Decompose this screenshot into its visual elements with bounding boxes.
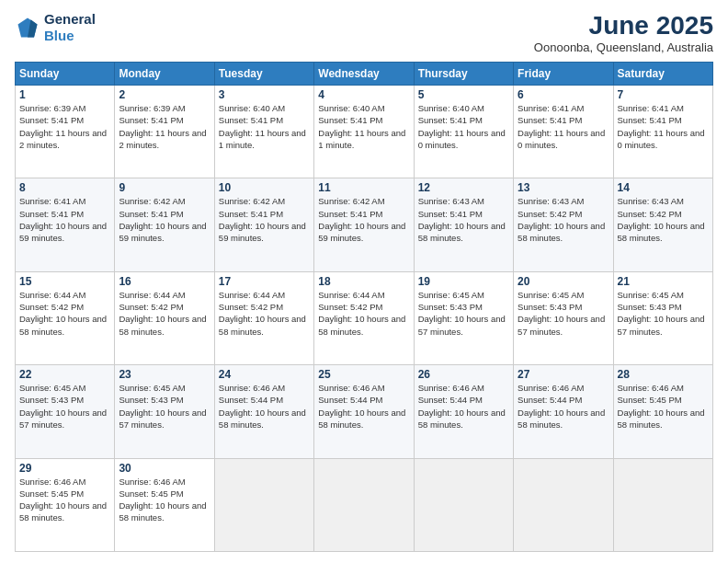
calendar-cell: 4 Sunrise: 6:40 AM Sunset: 5:41 PM Dayli… xyxy=(314,86,414,178)
calendar-cell: 25 Sunrise: 6:46 AM Sunset: 5:44 PM Dayl… xyxy=(314,365,414,458)
calendar-cell: 18 Sunrise: 6:44 AM Sunset: 5:42 PM Dayl… xyxy=(314,271,414,364)
day-info: Sunrise: 6:42 AM Sunset: 5:41 PM Dayligh… xyxy=(318,195,409,244)
calendar-cell xyxy=(613,458,712,551)
col-thursday: Thursday xyxy=(414,63,513,86)
day-number: 2 xyxy=(119,88,210,101)
day-number: 17 xyxy=(219,275,310,288)
day-info: Sunrise: 6:40 AM Sunset: 5:41 PM Dayligh… xyxy=(318,102,409,151)
day-info: Sunrise: 6:45 AM Sunset: 5:43 PM Dayligh… xyxy=(418,289,509,338)
day-number: 1 xyxy=(19,88,110,101)
day-info: Sunrise: 6:42 AM Sunset: 5:41 PM Dayligh… xyxy=(119,195,210,244)
day-number: 23 xyxy=(119,368,210,381)
day-info: Sunrise: 6:46 AM Sunset: 5:45 PM Dayligh… xyxy=(119,476,210,524)
calendar-cell: 9 Sunrise: 6:42 AM Sunset: 5:41 PM Dayli… xyxy=(115,178,214,271)
day-info: Sunrise: 6:43 AM Sunset: 5:41 PM Dayligh… xyxy=(418,195,509,244)
day-number: 10 xyxy=(219,181,310,194)
col-tuesday: Tuesday xyxy=(214,63,313,86)
day-info: Sunrise: 6:46 AM Sunset: 5:44 PM Dayligh… xyxy=(318,382,409,431)
day-number: 6 xyxy=(518,88,609,101)
day-number: 8 xyxy=(19,181,110,194)
calendar-cell: 17 Sunrise: 6:44 AM Sunset: 5:42 PM Dayl… xyxy=(214,271,313,364)
col-monday: Monday xyxy=(115,63,214,86)
day-number: 25 xyxy=(318,368,409,381)
day-number: 18 xyxy=(318,275,409,288)
calendar-cell: 12 Sunrise: 6:43 AM Sunset: 5:41 PM Dayl… xyxy=(414,178,513,271)
day-info: Sunrise: 6:44 AM Sunset: 5:42 PM Dayligh… xyxy=(19,289,110,338)
day-number: 16 xyxy=(119,275,210,288)
col-wednesday: Wednesday xyxy=(314,63,414,86)
day-info: Sunrise: 6:39 AM Sunset: 5:41 PM Dayligh… xyxy=(19,102,110,151)
day-number: 9 xyxy=(119,181,210,194)
month-year: June 2025 xyxy=(534,11,713,40)
col-friday: Friday xyxy=(514,63,613,86)
day-info: Sunrise: 6:44 AM Sunset: 5:42 PM Dayligh… xyxy=(318,289,409,338)
calendar-row-1: 1 Sunrise: 6:39 AM Sunset: 5:41 PM Dayli… xyxy=(16,86,713,178)
calendar-cell: 1 Sunrise: 6:39 AM Sunset: 5:41 PM Dayli… xyxy=(16,86,115,178)
calendar-header-row: Sunday Monday Tuesday Wednesday Thursday… xyxy=(16,63,713,86)
calendar-cell xyxy=(214,458,313,551)
header: General Blue June 2025 Oonoonba, Queensl… xyxy=(15,11,713,54)
calendar-row-3: 15 Sunrise: 6:44 AM Sunset: 5:42 PM Dayl… xyxy=(16,271,713,364)
day-number: 27 xyxy=(518,368,609,381)
day-number: 14 xyxy=(618,181,709,194)
day-info: Sunrise: 6:43 AM Sunset: 5:42 PM Dayligh… xyxy=(518,195,609,244)
day-info: Sunrise: 6:41 AM Sunset: 5:41 PM Dayligh… xyxy=(518,102,609,151)
day-number: 28 xyxy=(618,368,709,381)
calendar-row-5: 29 Sunrise: 6:46 AM Sunset: 5:45 PM Dayl… xyxy=(16,458,713,551)
day-number: 22 xyxy=(19,368,110,381)
day-info: Sunrise: 6:45 AM Sunset: 5:43 PM Dayligh… xyxy=(119,382,210,431)
calendar-cell: 10 Sunrise: 6:42 AM Sunset: 5:41 PM Dayl… xyxy=(214,178,313,271)
calendar-cell: 24 Sunrise: 6:46 AM Sunset: 5:44 PM Dayl… xyxy=(214,365,313,458)
calendar-cell: 11 Sunrise: 6:42 AM Sunset: 5:41 PM Dayl… xyxy=(314,178,414,271)
day-number: 29 xyxy=(19,462,110,475)
calendar-cell: 15 Sunrise: 6:44 AM Sunset: 5:42 PM Dayl… xyxy=(16,271,115,364)
day-number: 13 xyxy=(518,181,609,194)
calendar-cell: 22 Sunrise: 6:45 AM Sunset: 5:43 PM Dayl… xyxy=(16,365,115,458)
calendar-cell: 29 Sunrise: 6:46 AM Sunset: 5:45 PM Dayl… xyxy=(16,458,115,551)
calendar-cell xyxy=(514,458,613,551)
logo-text: General Blue xyxy=(44,11,96,44)
calendar-cell: 27 Sunrise: 6:46 AM Sunset: 5:44 PM Dayl… xyxy=(514,365,613,458)
col-sunday: Sunday xyxy=(16,63,115,86)
calendar-cell: 20 Sunrise: 6:45 AM Sunset: 5:43 PM Dayl… xyxy=(514,271,613,364)
title-area: June 2025 Oonoonba, Queensland, Australi… xyxy=(534,11,713,54)
calendar-cell: 7 Sunrise: 6:41 AM Sunset: 5:41 PM Dayli… xyxy=(613,86,712,178)
calendar-cell: 3 Sunrise: 6:40 AM Sunset: 5:41 PM Dayli… xyxy=(214,86,313,178)
calendar-cell: 2 Sunrise: 6:39 AM Sunset: 5:41 PM Dayli… xyxy=(115,86,214,178)
day-info: Sunrise: 6:46 AM Sunset: 5:44 PM Dayligh… xyxy=(219,382,310,431)
day-info: Sunrise: 6:46 AM Sunset: 5:45 PM Dayligh… xyxy=(618,382,709,431)
day-info: Sunrise: 6:44 AM Sunset: 5:42 PM Dayligh… xyxy=(119,289,210,338)
calendar-row-4: 22 Sunrise: 6:45 AM Sunset: 5:43 PM Dayl… xyxy=(16,365,713,458)
day-number: 26 xyxy=(418,368,509,381)
calendar-cell: 28 Sunrise: 6:46 AM Sunset: 5:45 PM Dayl… xyxy=(613,365,712,458)
location: Oonoonba, Queensland, Australia xyxy=(534,40,713,54)
calendar-cell: 23 Sunrise: 6:45 AM Sunset: 5:43 PM Dayl… xyxy=(115,365,214,458)
calendar-cell: 16 Sunrise: 6:44 AM Sunset: 5:42 PM Dayl… xyxy=(115,271,214,364)
calendar-cell: 5 Sunrise: 6:40 AM Sunset: 5:41 PM Dayli… xyxy=(414,86,513,178)
calendar-cell xyxy=(414,458,513,551)
calendar-table: Sunday Monday Tuesday Wednesday Thursday… xyxy=(15,62,713,552)
day-info: Sunrise: 6:46 AM Sunset: 5:44 PM Dayligh… xyxy=(418,382,509,431)
day-info: Sunrise: 6:39 AM Sunset: 5:41 PM Dayligh… xyxy=(119,102,210,151)
calendar-cell: 26 Sunrise: 6:46 AM Sunset: 5:44 PM Dayl… xyxy=(414,365,513,458)
day-info: Sunrise: 6:40 AM Sunset: 5:41 PM Dayligh… xyxy=(219,102,310,151)
logo: General Blue xyxy=(15,11,96,44)
calendar-cell: 30 Sunrise: 6:46 AM Sunset: 5:45 PM Dayl… xyxy=(115,458,214,551)
col-saturday: Saturday xyxy=(613,63,712,86)
day-info: Sunrise: 6:44 AM Sunset: 5:42 PM Dayligh… xyxy=(219,289,310,338)
day-number: 12 xyxy=(418,181,509,194)
calendar-row-2: 8 Sunrise: 6:41 AM Sunset: 5:41 PM Dayli… xyxy=(16,178,713,271)
day-info: Sunrise: 6:40 AM Sunset: 5:41 PM Dayligh… xyxy=(418,102,509,151)
calendar-cell: 19 Sunrise: 6:45 AM Sunset: 5:43 PM Dayl… xyxy=(414,271,513,364)
day-number: 20 xyxy=(518,275,609,288)
day-number: 24 xyxy=(219,368,310,381)
day-info: Sunrise: 6:43 AM Sunset: 5:42 PM Dayligh… xyxy=(618,195,709,244)
day-info: Sunrise: 6:46 AM Sunset: 5:44 PM Dayligh… xyxy=(518,382,609,431)
day-number: 19 xyxy=(418,275,509,288)
calendar-cell: 13 Sunrise: 6:43 AM Sunset: 5:42 PM Dayl… xyxy=(514,178,613,271)
calendar-cell xyxy=(314,458,414,551)
day-info: Sunrise: 6:45 AM Sunset: 5:43 PM Dayligh… xyxy=(618,289,709,338)
calendar-cell: 6 Sunrise: 6:41 AM Sunset: 5:41 PM Dayli… xyxy=(514,86,613,178)
day-info: Sunrise: 6:41 AM Sunset: 5:41 PM Dayligh… xyxy=(618,102,709,151)
calendar-cell: 21 Sunrise: 6:45 AM Sunset: 5:43 PM Dayl… xyxy=(613,271,712,364)
